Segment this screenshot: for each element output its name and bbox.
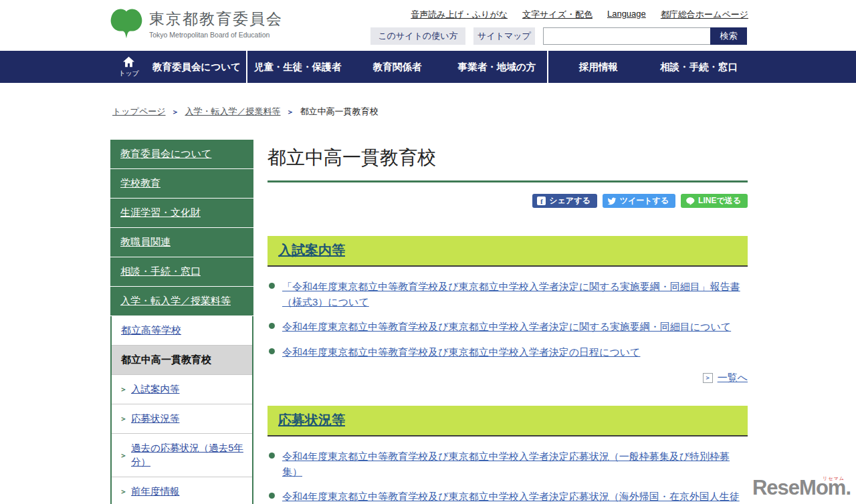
sidebar-item-school-education[interactable]: 学校教育 bbox=[110, 169, 253, 199]
nav-item-recruit[interactable]: 採用情報 bbox=[548, 51, 649, 83]
bullet-icon bbox=[269, 348, 275, 354]
header-tools: このサイトの使い方 サイトマップ 検索 bbox=[370, 27, 747, 45]
sidebar-subitem: 都立高等学校 bbox=[112, 316, 252, 346]
sidebar-subitem-previous-year[interactable]: ＞ 前年度情報 bbox=[112, 477, 252, 504]
doc-link-status-overseas[interactable]: 令和4年度東京都立中等教育学校及び東京都立中学校入学者決定応募状況（海外帰国・在… bbox=[282, 491, 740, 504]
sitemap-button[interactable]: サイトマップ bbox=[473, 27, 535, 45]
doc-link-schedule[interactable]: 令和4年度東京都立中等教育学校及び東京都立中学校入学者決定の日程について bbox=[282, 346, 640, 358]
tokyo-ginkgo-icon bbox=[109, 6, 144, 41]
sidebar-item-about[interactable]: 教育委員会について bbox=[110, 140, 253, 169]
sidebar-subitem-application-status[interactable]: ＞ 応募状況等 bbox=[112, 404, 252, 434]
bullet-icon bbox=[269, 493, 275, 499]
twitter-share-label: ツイートする bbox=[620, 195, 669, 207]
link-language[interactable]: Language bbox=[607, 9, 646, 21]
logo-title: 東京都教育委員会 bbox=[149, 9, 283, 29]
facebook-share-label: シェアする bbox=[549, 195, 590, 207]
doc-link-report-form3[interactable]: 「令和4年度東京都立中等教育学校及び東京都立中学校入学者決定に関する実施要綱・同… bbox=[282, 281, 740, 307]
breadcrumb-admission[interactable]: 入学・転入学／授業料等 bbox=[185, 106, 281, 118]
logo-text: 東京都教育委員会 Tokyo Metropolitan Board of Edu… bbox=[149, 9, 283, 39]
search-button[interactable]: 検索 bbox=[710, 27, 747, 45]
list-item: 令和4年度東京都立中等教育学校及び東京都立中学校入学者決定に関する実施要綱・同細… bbox=[268, 319, 748, 334]
sidebar-subitem-current: 都立中高一貫教育校 bbox=[112, 346, 252, 375]
doc-link-guidelines[interactable]: 令和4年度東京都立中等教育学校及び東京都立中学校入学者決定に関する実施要綱・同細… bbox=[282, 321, 731, 332]
section-banner: 入試案内等 bbox=[268, 236, 748, 267]
sidebar-link-application-status[interactable]: 応募状況等 bbox=[131, 412, 180, 426]
chevron-right-icon: ＞ bbox=[120, 451, 127, 461]
breadcrumb-separator: ＞ bbox=[172, 107, 179, 117]
nav-home[interactable]: トップ bbox=[110, 51, 147, 83]
facebook-share-button[interactable]: f シェアする bbox=[532, 194, 597, 208]
share-buttons: f シェアする ツイートする LINEで送る bbox=[268, 194, 748, 208]
section-heading-link[interactable]: 入試案内等 bbox=[278, 243, 345, 257]
nav-item-students[interactable]: 児童・生徒・保護者 bbox=[247, 51, 348, 83]
resemom-watermark: リセマム ReseMom. bbox=[752, 476, 851, 500]
nav-item-about[interactable]: 教育委員会について bbox=[147, 51, 246, 83]
sidebar-link-metropolitan-high-school[interactable]: 都立高等学校 bbox=[112, 316, 252, 345]
sidebar-current-page: 都立中高一貫教育校 bbox=[112, 346, 252, 374]
nav-filler bbox=[749, 51, 856, 83]
logo-subtitle: Tokyo Metropolitan Board of Education bbox=[149, 31, 283, 39]
sidebar-link-past-status[interactable]: 過去の応募状況（過去5年分） bbox=[131, 441, 245, 469]
chevron-right-icon: ＞ bbox=[120, 384, 127, 394]
sidebar-subitem-admission-guide[interactable]: ＞ 入試案内等 bbox=[112, 375, 252, 404]
bullet-icon bbox=[269, 283, 275, 289]
sidebar-item-lifelong-learning[interactable]: 生涯学習・文化財 bbox=[110, 199, 253, 228]
chevron-right-icon: ＞ bbox=[120, 487, 127, 497]
more-row: ＞ 一覧へ bbox=[268, 372, 748, 384]
page-title: 都立中高一貫教育校 bbox=[268, 145, 748, 182]
list-item: 令和4年度東京都立中等教育学校及び東京都立中学校入学者決定応募状況（一般枠募集及… bbox=[268, 449, 748, 479]
line-share-label: LINEで送る bbox=[698, 195, 741, 207]
breadcrumb: トップページ ＞ 入学・転入学／授業料等 ＞ 都立中高一貫教育校 bbox=[112, 106, 856, 118]
link-text-size[interactable]: 文字サイズ・配色 bbox=[522, 9, 593, 21]
twitter-share-button[interactable]: ツイートする bbox=[603, 194, 675, 208]
global-nav: トップ 教育委員会について 児童・生徒・保護者 教育関係者 事業者・地域の方 採… bbox=[0, 51, 856, 83]
utility-links: 音声読み上げ・ふりがな 文字サイズ・配色 Language 都庁総合ホームページ bbox=[411, 9, 748, 21]
site-header: 東京都教育委員会 Tokyo Metropolitan Board of Edu… bbox=[0, 0, 856, 51]
sidebar-item-contact[interactable]: 相談・手続・窓口 bbox=[110, 257, 253, 287]
sidebar-submenu: 都立高等学校 都立中高一貫教育校 ＞ 入試案内等 ＞ 応募状況等 ＞ 過去の応募… bbox=[110, 316, 253, 504]
sidebar-item-staff[interactable]: 教職員関連 bbox=[110, 228, 253, 257]
list-item: 令和4年度東京都立中等教育学校及び東京都立中学校入学者決定応募状況（海外帰国・在… bbox=[268, 489, 748, 504]
list-item: 「令和4年度東京都立中等教育学校及び東京都立中学校入学者決定に関する実施要綱・同… bbox=[268, 279, 748, 309]
bullet-icon bbox=[269, 323, 275, 329]
breadcrumb-current: 都立中高一貫教育校 bbox=[300, 106, 379, 118]
doc-link-status-general[interactable]: 令和4年度東京都立中等教育学校及び東京都立中学校入学者決定応募状況（一般枠募集及… bbox=[282, 451, 730, 477]
watermark-ruby: リセマム bbox=[823, 475, 845, 482]
section-application-status: 応募状況等 令和4年度東京都立中等教育学校及び東京都立中学校入学者決定応募状況（… bbox=[268, 406, 748, 504]
link-voice-reading[interactable]: 音声読み上げ・ふりがな bbox=[411, 9, 508, 21]
site-logo[interactable]: 東京都教育委員会 Tokyo Metropolitan Board of Edu… bbox=[109, 6, 283, 41]
sidebar-menu: 教育委員会について 学校教育 生涯学習・文化財 教職員関連 相談・手続・窓口 入… bbox=[110, 140, 253, 504]
nav-item-business[interactable]: 事業者・地域の方 bbox=[447, 51, 547, 83]
view-all-link[interactable]: 一覧へ bbox=[718, 372, 748, 384]
site-usage-button[interactable]: このサイトの使い方 bbox=[370, 27, 465, 45]
nav-home-label: トップ bbox=[118, 69, 139, 78]
arrow-box-icon: ＞ bbox=[703, 373, 713, 383]
section-admission-guide: 入試案内等 「令和4年度東京都立中等教育学校及び東京都立中学校入学者決定に関する… bbox=[268, 236, 748, 384]
document-link-list: 令和4年度東京都立中等教育学校及び東京都立中学校入学者決定応募状況（一般枠募集及… bbox=[268, 449, 748, 504]
main-content: 都立中高一貫教育校 f シェアする ツイートする LINEで送る bbox=[268, 140, 748, 504]
nav-spacer bbox=[0, 51, 110, 83]
section-heading-link[interactable]: 応募状況等 bbox=[278, 412, 345, 427]
line-share-button[interactable]: LINEで送る bbox=[681, 194, 748, 208]
sidebar-item-admission[interactable]: 入学・転入学／授業料等 bbox=[110, 287, 253, 316]
bullet-icon bbox=[269, 453, 275, 459]
nav-item-contact[interactable]: 相談・手続・窓口 bbox=[649, 51, 749, 83]
home-icon bbox=[122, 56, 135, 68]
list-item: 令和4年度東京都立中等教育学校及び東京都立中学校入学者決定の日程について bbox=[268, 344, 748, 360]
twitter-bird-icon bbox=[607, 197, 617, 206]
section-banner: 応募状況等 bbox=[268, 406, 748, 436]
facebook-icon: f bbox=[537, 197, 546, 205]
document-link-list: 「令和4年度東京都立中等教育学校及び東京都立中学校入学者決定に関する実施要綱・同… bbox=[268, 279, 748, 360]
link-tocho-home[interactable]: 都庁総合ホームページ bbox=[661, 9, 748, 21]
breadcrumb-home[interactable]: トップページ bbox=[112, 106, 166, 118]
search-input[interactable] bbox=[543, 27, 710, 45]
line-icon bbox=[685, 197, 695, 206]
breadcrumb-separator: ＞ bbox=[287, 107, 294, 117]
page: 東京都教育委員会 Tokyo Metropolitan Board of Edu… bbox=[0, 0, 856, 504]
sidebar-subitem-past-status[interactable]: ＞ 過去の応募状況（過去5年分） bbox=[112, 434, 252, 477]
nav-item-educators[interactable]: 教育関係者 bbox=[348, 51, 447, 83]
sidebar-link-previous-year[interactable]: 前年度情報 bbox=[131, 485, 180, 499]
chevron-right-icon: ＞ bbox=[120, 414, 127, 424]
sidebar-link-admission-guide[interactable]: 入試案内等 bbox=[131, 382, 180, 396]
